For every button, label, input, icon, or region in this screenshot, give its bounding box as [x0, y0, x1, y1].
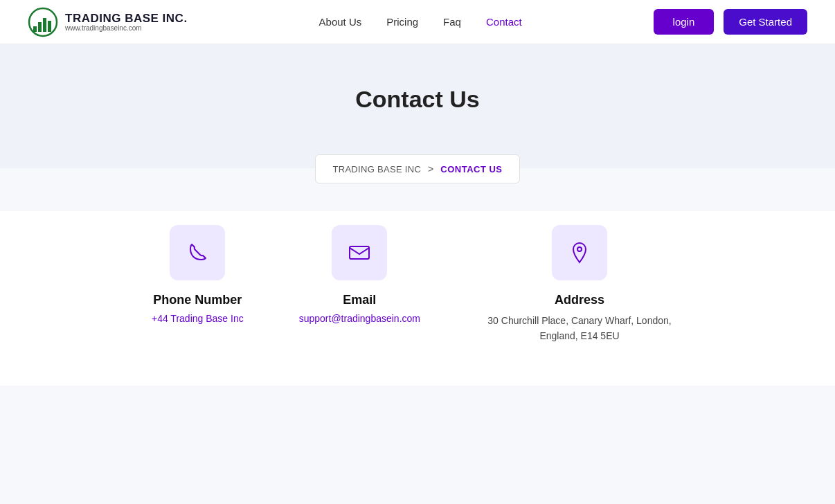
email-card-title: Email	[343, 293, 376, 307]
contact-card-address: Address 30 Churchill Place, Canary Wharf…	[476, 225, 683, 344]
logo[interactable]: TRADING BASE INC. www.tradingbaseinc.com	[28, 7, 188, 37]
breadcrumb-current: CONTACT US	[440, 164, 502, 174]
svg-rect-3	[43, 18, 46, 32]
email-icon	[347, 240, 372, 265]
breadcrumb: TRADING BASE INC > CONTACT US	[315, 154, 519, 183]
logo-sub-text: www.tradingbaseinc.com	[65, 24, 188, 32]
address-card-value: 30 Churchill Place, Canary Wharf, London…	[476, 313, 683, 344]
nav-about[interactable]: About Us	[319, 16, 362, 28]
breadcrumb-home[interactable]: TRADING BASE INC	[332, 164, 421, 174]
breadcrumb-wrapper: TRADING BASE INC > CONTACT US	[0, 154, 835, 183]
contact-card-email: Email support@tradingbasein.com	[299, 225, 420, 344]
address-card-title: Address	[555, 293, 604, 307]
svg-point-6	[577, 247, 582, 251]
phone-icon	[185, 240, 210, 265]
phone-card-value[interactable]: +44 Trading Base Inc	[152, 313, 244, 324]
nav-contact[interactable]: Contact	[486, 16, 522, 28]
main-nav: About Us Pricing Faq Contact	[319, 16, 522, 28]
contact-cards: Phone Number +44 Trading Base Inc Email …	[0, 211, 835, 386]
login-button[interactable]: login	[654, 9, 715, 35]
nav-faq[interactable]: Faq	[443, 16, 461, 28]
header-buttons: login Get Started	[654, 9, 807, 35]
logo-main-text: TRADING BASE INC.	[65, 12, 188, 26]
location-icon	[567, 240, 592, 265]
phone-card-title: Phone Number	[153, 293, 242, 307]
hero-section: Contact Us	[0, 44, 835, 168]
address-icon-wrapper	[552, 225, 607, 280]
svg-rect-4	[48, 21, 51, 32]
email-card-value[interactable]: support@tradingbasein.com	[299, 313, 420, 324]
svg-rect-5	[350, 246, 369, 259]
email-icon-wrapper	[332, 225, 387, 280]
contact-card-phone: Phone Number +44 Trading Base Inc	[152, 225, 244, 344]
get-started-button[interactable]: Get Started	[724, 9, 807, 35]
phone-icon-wrapper	[170, 225, 225, 280]
svg-rect-1	[33, 26, 37, 32]
logo-icon	[28, 7, 58, 37]
page-title: Contact Us	[14, 86, 821, 113]
nav-pricing[interactable]: Pricing	[386, 16, 418, 28]
breadcrumb-separator: >	[428, 163, 433, 174]
svg-rect-2	[38, 22, 42, 32]
